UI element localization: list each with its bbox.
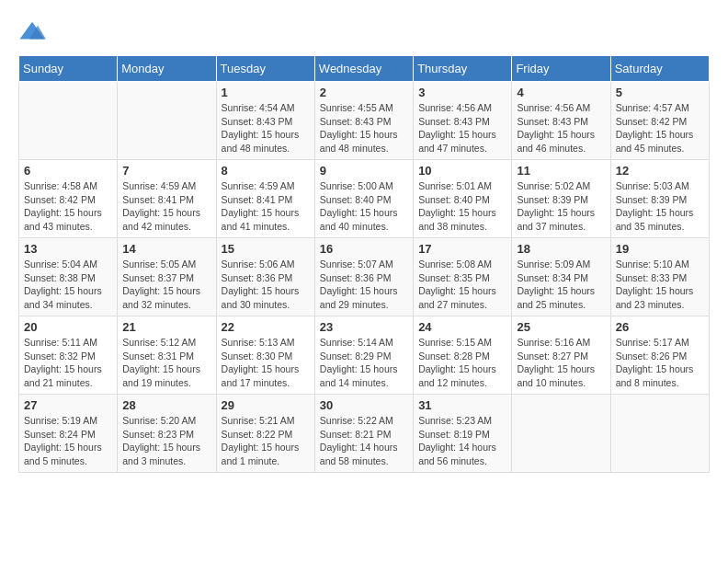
day-info: Sunrise: 5:11 AMSunset: 8:32 PMDaylight:… [24,336,112,390]
day-info: Sunrise: 5:22 AMSunset: 8:21 PMDaylight:… [320,414,408,468]
calendar-cell [512,395,610,473]
day-info: Sunrise: 5:06 AMSunset: 8:36 PMDaylight:… [222,258,310,312]
weekday-header: Tuesday [216,56,314,82]
day-number: 1 [222,86,310,99]
day-number: 8 [222,164,310,178]
day-number: 23 [320,320,408,334]
day-info: Sunrise: 5:09 AMSunset: 8:34 PMDaylight:… [517,258,605,312]
weekday-header: Monday [118,56,216,82]
day-number: 9 [320,164,408,178]
calendar-cell: 9Sunrise: 5:00 AMSunset: 8:40 PMDaylight… [314,160,413,238]
day-number: 30 [320,398,408,412]
day-number: 3 [418,86,506,99]
day-info: Sunrise: 4:57 AMSunset: 8:42 PMDaylight:… [616,101,704,155]
weekday-header: Saturday [610,56,709,82]
calendar-cell: 22Sunrise: 5:13 AMSunset: 8:30 PMDayligh… [216,316,314,395]
weekday-header: Wednesday [314,56,413,82]
day-number: 12 [616,164,704,178]
calendar-cell: 27Sunrise: 5:19 AMSunset: 8:24 PMDayligh… [19,395,118,473]
weekday-header: Sunday [19,56,118,82]
day-info: Sunrise: 5:21 AMSunset: 8:22 PMDaylight:… [222,414,310,468]
calendar-cell: 13Sunrise: 5:04 AMSunset: 8:38 PMDayligh… [19,238,118,316]
day-number: 14 [122,242,210,256]
day-info: Sunrise: 4:55 AMSunset: 8:43 PMDaylight:… [320,101,408,155]
day-number: 7 [122,164,210,178]
calendar-cell: 28Sunrise: 5:20 AMSunset: 8:23 PMDayligh… [118,395,216,473]
day-info: Sunrise: 5:20 AMSunset: 8:23 PMDaylight:… [122,414,210,468]
day-info: Sunrise: 5:14 AMSunset: 8:29 PMDaylight:… [320,336,408,390]
day-number: 28 [122,398,210,412]
calendar-cell: 4Sunrise: 4:56 AMSunset: 8:43 PMDaylight… [512,82,610,160]
calendar-cell: 6Sunrise: 4:58 AMSunset: 8:42 PMDaylight… [19,160,118,238]
day-number: 13 [24,242,112,256]
day-number: 11 [517,164,605,178]
calendar-cell: 30Sunrise: 5:22 AMSunset: 8:21 PMDayligh… [314,395,413,473]
day-number: 15 [222,242,310,256]
calendar-cell: 20Sunrise: 5:11 AMSunset: 8:32 PMDayligh… [19,316,118,395]
calendar-cell [19,82,118,160]
calendar-cell [118,82,216,160]
day-info: Sunrise: 5:16 AMSunset: 8:27 PMDaylight:… [517,336,605,390]
day-info: Sunrise: 5:02 AMSunset: 8:39 PMDaylight:… [517,179,605,234]
calendar-table: SundayMondayTuesdayWednesdayThursdayFrid… [18,55,710,473]
calendar-cell: 2Sunrise: 4:55 AMSunset: 8:43 PMDaylight… [314,82,413,160]
calendar-cell: 15Sunrise: 5:06 AMSunset: 8:36 PMDayligh… [216,238,314,316]
calendar-cell: 29Sunrise: 5:21 AMSunset: 8:22 PMDayligh… [216,395,314,473]
day-number: 26 [616,320,704,334]
day-number: 19 [616,242,704,256]
calendar-cell: 25Sunrise: 5:16 AMSunset: 8:27 PMDayligh… [512,316,610,395]
calendar-cell: 18Sunrise: 5:09 AMSunset: 8:34 PMDayligh… [512,238,610,316]
calendar-cell: 14Sunrise: 5:05 AMSunset: 8:37 PMDayligh… [118,238,216,316]
calendar-cell: 24Sunrise: 5:15 AMSunset: 8:28 PMDayligh… [414,316,512,395]
day-number: 31 [418,398,506,412]
day-number: 6 [24,164,112,178]
calendar-cell: 3Sunrise: 4:56 AMSunset: 8:43 PMDaylight… [414,82,512,160]
day-info: Sunrise: 5:13 AMSunset: 8:30 PMDaylight:… [222,336,310,390]
calendar-cell: 10Sunrise: 5:01 AMSunset: 8:40 PMDayligh… [414,160,512,238]
day-info: Sunrise: 5:17 AMSunset: 8:26 PMDaylight:… [616,336,704,390]
day-number: 17 [418,242,506,256]
logo [18,18,50,46]
day-info: Sunrise: 4:59 AMSunset: 8:41 PMDaylight:… [222,179,310,234]
calendar-cell [610,395,709,473]
day-number: 25 [517,320,605,334]
calendar-week-row: 13Sunrise: 5:04 AMSunset: 8:38 PMDayligh… [19,238,710,316]
calendar-cell: 21Sunrise: 5:12 AMSunset: 8:31 PMDayligh… [118,316,216,395]
day-number: 29 [222,398,310,412]
weekday-header: Friday [512,56,610,82]
calendar-week-row: 6Sunrise: 4:58 AMSunset: 8:42 PMDaylight… [19,160,710,238]
day-info: Sunrise: 4:54 AMSunset: 8:43 PMDaylight:… [222,101,310,155]
day-info: Sunrise: 5:04 AMSunset: 8:38 PMDaylight:… [24,258,112,312]
calendar-cell: 16Sunrise: 5:07 AMSunset: 8:36 PMDayligh… [314,238,413,316]
day-info: Sunrise: 4:56 AMSunset: 8:43 PMDaylight:… [517,101,605,155]
calendar-cell: 31Sunrise: 5:23 AMSunset: 8:19 PMDayligh… [414,395,512,473]
calendar-cell: 12Sunrise: 5:03 AMSunset: 8:39 PMDayligh… [610,160,709,238]
day-info: Sunrise: 4:58 AMSunset: 8:42 PMDaylight:… [24,179,112,234]
calendar-cell: 19Sunrise: 5:10 AMSunset: 8:33 PMDayligh… [610,238,709,316]
calendar-cell: 11Sunrise: 5:02 AMSunset: 8:39 PMDayligh… [512,160,610,238]
day-number: 22 [222,320,310,334]
day-number: 5 [616,86,704,99]
day-info: Sunrise: 5:15 AMSunset: 8:28 PMDaylight:… [418,336,506,390]
day-info: Sunrise: 4:59 AMSunset: 8:41 PMDaylight:… [122,179,210,234]
day-number: 27 [24,398,112,412]
calendar-cell: 5Sunrise: 4:57 AMSunset: 8:42 PMDaylight… [610,82,709,160]
day-info: Sunrise: 5:01 AMSunset: 8:40 PMDaylight:… [418,179,506,234]
day-number: 21 [122,320,210,334]
day-number: 10 [418,164,506,178]
day-info: Sunrise: 5:12 AMSunset: 8:31 PMDaylight:… [122,336,210,390]
calendar-cell: 26Sunrise: 5:17 AMSunset: 8:26 PMDayligh… [610,316,709,395]
page-header [18,18,710,46]
day-info: Sunrise: 5:03 AMSunset: 8:39 PMDaylight:… [616,179,704,234]
calendar-cell: 23Sunrise: 5:14 AMSunset: 8:29 PMDayligh… [314,316,413,395]
weekday-header: Thursday [414,56,512,82]
day-info: Sunrise: 5:05 AMSunset: 8:37 PMDaylight:… [122,258,210,312]
calendar-cell: 8Sunrise: 4:59 AMSunset: 8:41 PMDaylight… [216,160,314,238]
calendar-header: SundayMondayTuesdayWednesdayThursdayFrid… [19,56,710,82]
day-info: Sunrise: 5:19 AMSunset: 8:24 PMDaylight:… [24,414,112,468]
calendar-week-row: 27Sunrise: 5:19 AMSunset: 8:24 PMDayligh… [19,395,710,473]
day-info: Sunrise: 5:08 AMSunset: 8:35 PMDaylight:… [418,258,506,312]
day-info: Sunrise: 5:07 AMSunset: 8:36 PMDaylight:… [320,258,408,312]
calendar-cell: 7Sunrise: 4:59 AMSunset: 8:41 PMDaylight… [118,160,216,238]
day-info: Sunrise: 5:23 AMSunset: 8:19 PMDaylight:… [418,414,506,468]
